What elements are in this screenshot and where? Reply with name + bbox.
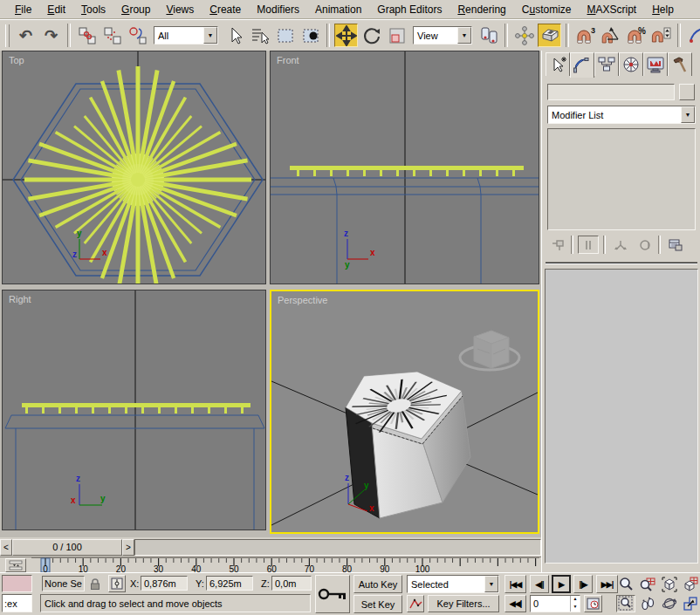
modifier-stack-list[interactable] (547, 128, 696, 230)
use-pivot-point-center-button[interactable] (477, 24, 500, 47)
viewport-perspective[interactable]: Perspective (270, 290, 539, 534)
viewport-top-label[interactable]: Top (9, 55, 24, 65)
menu-maxscript[interactable]: MAXScript (580, 1, 645, 18)
maximize-viewport-toggle-button[interactable] (681, 595, 700, 612)
mirror-button-clipped[interactable] (685, 24, 700, 47)
configure-modifier-sets-button[interactable] (665, 236, 686, 254)
time-slider-next-button[interactable]: > (122, 539, 134, 556)
select-and-rotate-button[interactable] (360, 24, 383, 47)
window-crossing-toggle-button[interactable] (299, 24, 322, 47)
set-key-button[interactable]: Set Key (353, 595, 402, 613)
tab-hierarchy[interactable] (594, 52, 619, 76)
tab-display[interactable] (643, 52, 668, 76)
toolbar-drag-handle[interactable] (5, 24, 10, 47)
snaps-toggle-button[interactable]: 3 (573, 24, 597, 47)
frame-spinner-down[interactable]: ▼ (571, 604, 580, 612)
key-mode-dropdown[interactable]: Selected ▼ (407, 575, 499, 593)
goto-start-button[interactable]: |◀◀ (504, 575, 526, 593)
track-bar-ruler[interactable]: 0102030405060708090100 (31, 557, 539, 573)
selection-filter-dropdown[interactable]: All ▼ (154, 26, 218, 44)
menu-create[interactable]: Create (202, 1, 249, 18)
remove-modifier-button[interactable] (635, 236, 655, 254)
menu-help[interactable]: Help (644, 1, 682, 18)
rollout-area[interactable] (545, 269, 698, 564)
object-color-swatch[interactable] (679, 84, 695, 100)
default-tangent-button[interactable] (407, 595, 424, 612)
menu-edit[interactable]: Edit (39, 1, 73, 18)
select-object-button[interactable] (223, 24, 246, 47)
menu-graph-editors[interactable]: Graph Editors (369, 1, 450, 18)
viewport-front-label[interactable]: Front (277, 55, 299, 65)
select-and-manipulate-button[interactable] (512, 24, 536, 47)
time-slider-track[interactable] (134, 539, 541, 556)
zoom-extents-button[interactable] (660, 575, 679, 593)
menu-modifiers[interactable]: Modifiers (249, 1, 307, 18)
pan-view-button[interactable] (638, 595, 657, 612)
tab-utilities[interactable] (668, 52, 692, 76)
arc-rotate-button[interactable] (660, 595, 679, 612)
time-slider-prev-button[interactable]: < (0, 539, 12, 556)
make-unique-button[interactable] (610, 236, 631, 254)
key-mode-toggle-button[interactable]: ◀◀| (504, 595, 526, 612)
modifier-list-dropdown[interactable]: Modifier List ▼ (547, 106, 696, 124)
redo-button[interactable]: ↷ (39, 24, 63, 47)
viewport-right-label[interactable]: Right (9, 294, 31, 304)
rectangular-selection-region-button[interactable] (273, 24, 297, 47)
zoom-all-button[interactable] (638, 575, 657, 593)
zoom-button[interactable] (616, 575, 635, 593)
percent-snap-toggle-button[interactable]: % (624, 24, 648, 47)
next-frame-button[interactable]: ||▶ (573, 575, 593, 593)
menu-views[interactable]: Views (158, 1, 202, 18)
tab-motion[interactable] (619, 52, 643, 76)
menu-rendering[interactable]: Rendering (450, 1, 513, 18)
angle-snap-toggle-button[interactable] (599, 24, 622, 47)
menu-file[interactable]: File (7, 1, 39, 18)
select-and-move-button[interactable] (334, 24, 358, 47)
current-frame-field[interactable] (531, 596, 570, 612)
spinner-snap-toggle-button[interactable] (649, 24, 673, 47)
reference-coordinate-system-dropdown[interactable]: View ▼ (413, 26, 472, 44)
viewport-top[interactable]: Top y z x (2, 51, 266, 284)
undo-button[interactable]: ↶ (14, 24, 38, 47)
time-configuration-button[interactable] (584, 595, 602, 612)
auto-key-button[interactable]: Auto Key (353, 575, 402, 593)
show-end-result-button[interactable] (578, 236, 599, 254)
menu-customize[interactable]: Customize (514, 1, 580, 18)
set-keys-button[interactable] (315, 575, 350, 613)
tab-modify[interactable] (570, 52, 594, 78)
select-and-link-button[interactable] (75, 24, 99, 47)
open-mini-curve-editor-button[interactable] (5, 558, 26, 572)
object-name-field[interactable] (547, 84, 675, 100)
play-button[interactable]: ▶ (552, 575, 571, 593)
viewport-perspective-label[interactable]: Perspective (278, 295, 327, 305)
y-coord-field[interactable] (206, 576, 253, 591)
keyboard-shortcut-override-toggle[interactable] (538, 24, 561, 47)
bind-to-space-warp-button[interactable] (126, 24, 149, 47)
chevron-down-icon[interactable]: ▼ (203, 27, 217, 44)
tab-create[interactable] (546, 52, 570, 76)
absolute-mode-toggle[interactable] (108, 575, 126, 592)
select-and-scale-button[interactable] (385, 24, 408, 47)
time-slider-handle[interactable]: 0 / 100 (12, 539, 122, 556)
selection-lock-toggle[interactable] (87, 576, 103, 591)
menu-group[interactable]: Group (113, 1, 158, 18)
chevron-down-icon[interactable]: ▼ (484, 576, 498, 592)
maxscript-mini-listener-white[interactable]: :ex (2, 594, 32, 612)
key-filters-button[interactable]: Key Filters... (428, 595, 499, 612)
x-coord-field[interactable] (141, 576, 188, 591)
unlink-selection-button[interactable] (100, 24, 124, 47)
zoom-extents-all-button[interactable] (681, 575, 700, 593)
maxscript-mini-listener-pink[interactable] (2, 575, 32, 592)
region-zoom-button[interactable] (616, 595, 635, 612)
chevron-down-icon[interactable]: ▼ (681, 106, 695, 123)
z-coord-field[interactable] (271, 576, 312, 591)
chevron-down-icon[interactable]: ▼ (457, 27, 471, 44)
goto-end-button[interactable]: ▶▶| (596, 575, 618, 593)
viewport-right[interactable]: Right z x y (2, 290, 266, 530)
select-by-name-button[interactable] (248, 24, 271, 47)
viewport-front[interactable]: Front z y x (270, 51, 539, 284)
previous-frame-button[interactable]: ◀|| (530, 575, 549, 593)
frame-spinner-up[interactable]: ▲ (571, 596, 580, 604)
menu-tools[interactable]: Tools (73, 1, 113, 18)
menu-animation[interactable]: Animation (307, 1, 369, 18)
